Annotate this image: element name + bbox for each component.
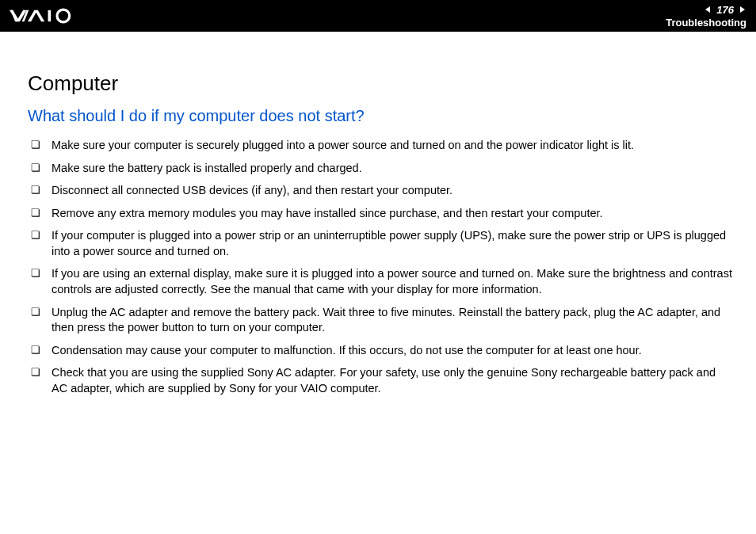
section-label: Troubleshooting [666, 17, 746, 29]
content-area: Computer What should I do if my computer… [0, 32, 756, 419]
list-item: Check that you are using the supplied So… [28, 365, 732, 396]
header-bar: 176 Troubleshooting [0, 0, 756, 32]
next-page-arrow[interactable] [739, 4, 746, 16]
svg-point-1 [57, 10, 70, 22]
svg-rect-0 [48, 10, 52, 21]
list-item: Unplug the AC adapter and remove the bat… [28, 305, 732, 336]
list-item: Make sure the battery pack is installed … [28, 161, 732, 177]
prev-page-arrow[interactable] [704, 4, 712, 16]
troubleshooting-list: Make sure your computer is securely plug… [28, 138, 732, 396]
list-item: Make sure your computer is securely plug… [28, 138, 732, 154]
page-navigation: 176 [704, 4, 746, 16]
list-item: Remove any extra memory modules you may … [28, 206, 732, 222]
page-title: Computer [28, 71, 732, 96]
list-item: If your computer is plugged into a power… [28, 228, 732, 259]
list-item: If you are using an external display, ma… [28, 266, 732, 297]
vaio-logo [10, 8, 89, 24]
page-number: 176 [716, 4, 734, 16]
question-heading: What should I do if my computer does not… [28, 107, 732, 125]
list-item: Condensation may cause your computer to … [28, 343, 732, 359]
list-item: Disconnect all connected USB devices (if… [28, 183, 732, 199]
header-right: 176 Troubleshooting [666, 4, 746, 29]
